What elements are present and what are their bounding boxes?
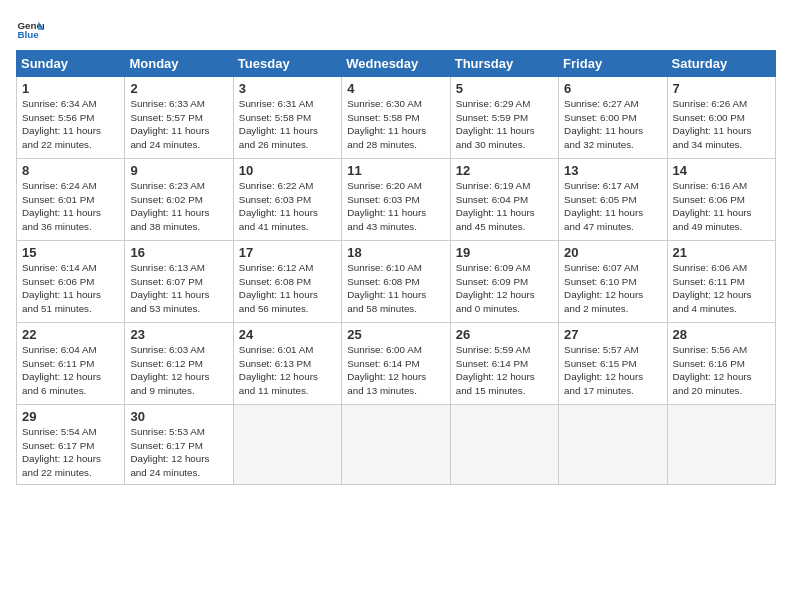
day-number: 28 <box>673 327 770 342</box>
day-info: Sunrise: 6:06 AM Sunset: 6:11 PM Dayligh… <box>673 261 770 316</box>
calendar-week-2: 8Sunrise: 6:24 AM Sunset: 6:01 PM Daylig… <box>17 159 776 241</box>
day-number: 30 <box>130 409 227 424</box>
day-number: 25 <box>347 327 444 342</box>
day-info: Sunrise: 6:00 AM Sunset: 6:14 PM Dayligh… <box>347 343 444 398</box>
day-number: 16 <box>130 245 227 260</box>
day-info: Sunrise: 6:17 AM Sunset: 6:05 PM Dayligh… <box>564 179 661 234</box>
calendar-week-1: 1Sunrise: 6:34 AM Sunset: 5:56 PM Daylig… <box>17 77 776 159</box>
day-number: 7 <box>673 81 770 96</box>
day-number: 12 <box>456 163 553 178</box>
calendar-cell: 27Sunrise: 5:57 AM Sunset: 6:15 PM Dayli… <box>559 323 667 405</box>
calendar-cell: 9Sunrise: 6:23 AM Sunset: 6:02 PM Daylig… <box>125 159 233 241</box>
day-info: Sunrise: 5:57 AM Sunset: 6:15 PM Dayligh… <box>564 343 661 398</box>
calendar-cell: 15Sunrise: 6:14 AM Sunset: 6:06 PM Dayli… <box>17 241 125 323</box>
day-number: 20 <box>564 245 661 260</box>
logo: General Blue <box>16 16 48 44</box>
day-info: Sunrise: 6:29 AM Sunset: 5:59 PM Dayligh… <box>456 97 553 152</box>
day-info: Sunrise: 5:59 AM Sunset: 6:14 PM Dayligh… <box>456 343 553 398</box>
day-number: 13 <box>564 163 661 178</box>
header-sunday: Sunday <box>17 51 125 77</box>
calendar-week-3: 15Sunrise: 6:14 AM Sunset: 6:06 PM Dayli… <box>17 241 776 323</box>
calendar-cell: 28Sunrise: 5:56 AM Sunset: 6:16 PM Dayli… <box>667 323 775 405</box>
header-tuesday: Tuesday <box>233 51 341 77</box>
calendar-cell: 25Sunrise: 6:00 AM Sunset: 6:14 PM Dayli… <box>342 323 450 405</box>
calendar-week-4: 22Sunrise: 6:04 AM Sunset: 6:11 PM Dayli… <box>17 323 776 405</box>
day-number: 10 <box>239 163 336 178</box>
calendar-cell: 29Sunrise: 5:54 AM Sunset: 6:17 PM Dayli… <box>17 405 125 485</box>
day-info: Sunrise: 6:04 AM Sunset: 6:11 PM Dayligh… <box>22 343 119 398</box>
calendar-cell: 20Sunrise: 6:07 AM Sunset: 6:10 PM Dayli… <box>559 241 667 323</box>
day-info: Sunrise: 6:33 AM Sunset: 5:57 PM Dayligh… <box>130 97 227 152</box>
day-number: 9 <box>130 163 227 178</box>
day-info: Sunrise: 6:19 AM Sunset: 6:04 PM Dayligh… <box>456 179 553 234</box>
day-info: Sunrise: 6:14 AM Sunset: 6:06 PM Dayligh… <box>22 261 119 316</box>
svg-text:Blue: Blue <box>17 29 39 40</box>
calendar-cell: 26Sunrise: 5:59 AM Sunset: 6:14 PM Dayli… <box>450 323 558 405</box>
day-number: 4 <box>347 81 444 96</box>
day-info: Sunrise: 6:34 AM Sunset: 5:56 PM Dayligh… <box>22 97 119 152</box>
calendar-cell: 1Sunrise: 6:34 AM Sunset: 5:56 PM Daylig… <box>17 77 125 159</box>
calendar-cell: 6Sunrise: 6:27 AM Sunset: 6:00 PM Daylig… <box>559 77 667 159</box>
calendar-cell: 12Sunrise: 6:19 AM Sunset: 6:04 PM Dayli… <box>450 159 558 241</box>
day-number: 6 <box>564 81 661 96</box>
day-number: 14 <box>673 163 770 178</box>
day-number: 26 <box>456 327 553 342</box>
calendar-week-5: 29Sunrise: 5:54 AM Sunset: 6:17 PM Dayli… <box>17 405 776 485</box>
day-info: Sunrise: 6:22 AM Sunset: 6:03 PM Dayligh… <box>239 179 336 234</box>
calendar-cell: 5Sunrise: 6:29 AM Sunset: 5:59 PM Daylig… <box>450 77 558 159</box>
calendar: SundayMondayTuesdayWednesdayThursdayFrid… <box>16 50 776 485</box>
day-number: 23 <box>130 327 227 342</box>
day-info: Sunrise: 6:13 AM Sunset: 6:07 PM Dayligh… <box>130 261 227 316</box>
day-number: 17 <box>239 245 336 260</box>
day-info: Sunrise: 6:24 AM Sunset: 6:01 PM Dayligh… <box>22 179 119 234</box>
day-info: Sunrise: 6:26 AM Sunset: 6:00 PM Dayligh… <box>673 97 770 152</box>
calendar-cell: 14Sunrise: 6:16 AM Sunset: 6:06 PM Dayli… <box>667 159 775 241</box>
day-info: Sunrise: 6:03 AM Sunset: 6:12 PM Dayligh… <box>130 343 227 398</box>
day-info: Sunrise: 6:09 AM Sunset: 6:09 PM Dayligh… <box>456 261 553 316</box>
calendar-cell <box>559 405 667 485</box>
day-number: 21 <box>673 245 770 260</box>
day-info: Sunrise: 6:20 AM Sunset: 6:03 PM Dayligh… <box>347 179 444 234</box>
day-info: Sunrise: 6:07 AM Sunset: 6:10 PM Dayligh… <box>564 261 661 316</box>
calendar-header-row: SundayMondayTuesdayWednesdayThursdayFrid… <box>17 51 776 77</box>
day-number: 3 <box>239 81 336 96</box>
day-number: 2 <box>130 81 227 96</box>
header-monday: Monday <box>125 51 233 77</box>
day-info: Sunrise: 6:30 AM Sunset: 5:58 PM Dayligh… <box>347 97 444 152</box>
header-saturday: Saturday <box>667 51 775 77</box>
day-info: Sunrise: 5:53 AM Sunset: 6:17 PM Dayligh… <box>130 425 227 480</box>
day-number: 27 <box>564 327 661 342</box>
day-info: Sunrise: 6:23 AM Sunset: 6:02 PM Dayligh… <box>130 179 227 234</box>
day-info: Sunrise: 6:10 AM Sunset: 6:08 PM Dayligh… <box>347 261 444 316</box>
calendar-cell: 30Sunrise: 5:53 AM Sunset: 6:17 PM Dayli… <box>125 405 233 485</box>
calendar-cell: 19Sunrise: 6:09 AM Sunset: 6:09 PM Dayli… <box>450 241 558 323</box>
header-friday: Friday <box>559 51 667 77</box>
day-number: 5 <box>456 81 553 96</box>
calendar-cell: 11Sunrise: 6:20 AM Sunset: 6:03 PM Dayli… <box>342 159 450 241</box>
calendar-cell: 3Sunrise: 6:31 AM Sunset: 5:58 PM Daylig… <box>233 77 341 159</box>
calendar-cell: 18Sunrise: 6:10 AM Sunset: 6:08 PM Dayli… <box>342 241 450 323</box>
day-number: 15 <box>22 245 119 260</box>
header-thursday: Thursday <box>450 51 558 77</box>
calendar-cell <box>233 405 341 485</box>
day-number: 8 <box>22 163 119 178</box>
calendar-cell <box>342 405 450 485</box>
calendar-cell: 21Sunrise: 6:06 AM Sunset: 6:11 PM Dayli… <box>667 241 775 323</box>
calendar-cell: 17Sunrise: 6:12 AM Sunset: 6:08 PM Dayli… <box>233 241 341 323</box>
calendar-cell: 7Sunrise: 6:26 AM Sunset: 6:00 PM Daylig… <box>667 77 775 159</box>
calendar-cell: 16Sunrise: 6:13 AM Sunset: 6:07 PM Dayli… <box>125 241 233 323</box>
calendar-cell: 10Sunrise: 6:22 AM Sunset: 6:03 PM Dayli… <box>233 159 341 241</box>
day-number: 24 <box>239 327 336 342</box>
calendar-cell: 22Sunrise: 6:04 AM Sunset: 6:11 PM Dayli… <box>17 323 125 405</box>
calendar-cell: 13Sunrise: 6:17 AM Sunset: 6:05 PM Dayli… <box>559 159 667 241</box>
day-info: Sunrise: 6:12 AM Sunset: 6:08 PM Dayligh… <box>239 261 336 316</box>
day-info: Sunrise: 6:31 AM Sunset: 5:58 PM Dayligh… <box>239 97 336 152</box>
header-wednesday: Wednesday <box>342 51 450 77</box>
day-info: Sunrise: 5:54 AM Sunset: 6:17 PM Dayligh… <box>22 425 119 480</box>
calendar-cell: 2Sunrise: 6:33 AM Sunset: 5:57 PM Daylig… <box>125 77 233 159</box>
day-info: Sunrise: 5:56 AM Sunset: 6:16 PM Dayligh… <box>673 343 770 398</box>
day-number: 19 <box>456 245 553 260</box>
day-info: Sunrise: 6:16 AM Sunset: 6:06 PM Dayligh… <box>673 179 770 234</box>
calendar-cell: 8Sunrise: 6:24 AM Sunset: 6:01 PM Daylig… <box>17 159 125 241</box>
day-number: 22 <box>22 327 119 342</box>
